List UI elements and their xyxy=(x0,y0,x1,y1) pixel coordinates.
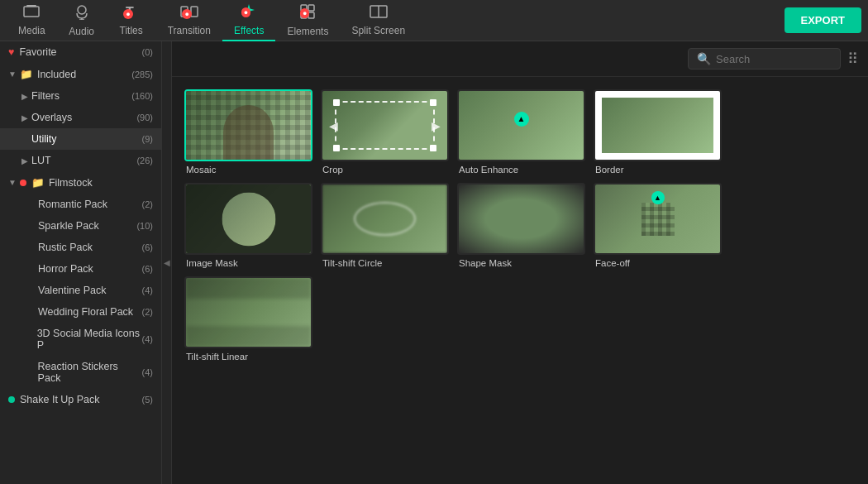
sidebar-sparkle-count: (10) xyxy=(136,221,153,231)
sidebar-item-reaction[interactable]: Reaction Stickers Pack (4) xyxy=(0,356,161,389)
sidebar-reaction-label: Reaction Stickers Pack xyxy=(38,361,142,384)
sidebar-lut-count: (26) xyxy=(136,156,153,165)
heart-icon: ♥ xyxy=(8,46,14,58)
effect-label-tiltshift-linear: Tilt-shift Linear xyxy=(184,352,312,362)
sidebar-overlays-label: Overlays xyxy=(31,112,72,123)
nav-elements-label: Elements xyxy=(287,26,328,37)
effect-card-shape-mask[interactable]: Shape Mask xyxy=(457,183,585,268)
sidebar-valentine-count: (4) xyxy=(142,285,153,295)
sidebar-wedding-count: (2) xyxy=(142,307,153,317)
effect-card-image-mask[interactable]: Image Mask xyxy=(184,183,312,268)
sidebar-filters-count: (160) xyxy=(131,91,153,101)
sidebar-wedding-label: Wedding Floral Pack xyxy=(38,306,133,318)
sidebar-horror-count: (6) xyxy=(142,264,153,274)
titles-icon: T ● xyxy=(123,4,140,23)
media-icon xyxy=(23,4,40,23)
svg-rect-9 xyxy=(308,5,314,11)
sidebar-item-included[interactable]: ▼ 📁 Included (285) xyxy=(0,63,161,85)
effect-card-mosaic[interactable]: Mosaic xyxy=(184,89,312,175)
effect-thumb-image-mask xyxy=(184,183,312,255)
sidebar-romantic-count: (2) xyxy=(142,199,153,209)
effect-label-shape-mask: Shape Mask xyxy=(457,258,585,268)
grid-view-icon[interactable]: ⠿ xyxy=(847,50,858,68)
effect-thumb-mosaic xyxy=(184,89,312,161)
effect-thumb-shape-mask xyxy=(457,183,585,255)
nav-splitscreen[interactable]: Split Screen xyxy=(340,0,417,41)
sidebar-item-lut[interactable]: ▶ LUT (26) xyxy=(0,150,161,171)
sidebar-romantic-label: Romantic Pack xyxy=(38,199,107,210)
nav-transition[interactable]: ● Transition xyxy=(156,0,222,41)
sidebar-rustic-label: Rustic Pack xyxy=(38,242,93,253)
sidebar-collapse-handle[interactable]: ◀ xyxy=(162,41,172,484)
effect-label-tiltshift-circle: Tilt-shift Circle xyxy=(321,258,449,268)
sidebar-item-valentine[interactable]: Valentine Pack (4) xyxy=(0,280,161,301)
sidebar-item-rustic[interactable]: Rustic Pack (6) xyxy=(0,237,161,258)
sidebar-item-romantic[interactable]: Romantic Pack (2) xyxy=(0,194,161,215)
nav-transition-label: Transition xyxy=(168,25,211,36)
sidebar-item-horror[interactable]: Horror Pack (6) xyxy=(0,258,161,280)
svg-rect-7 xyxy=(191,7,198,17)
filters-arrow: ▶ xyxy=(21,92,28,101)
sidebar-item-overlays[interactable]: ▶ Overlays (90) xyxy=(0,107,161,128)
nav-media[interactable]: Media xyxy=(7,0,57,41)
sidebar-item-favorite[interactable]: ♥ Favorite (0) xyxy=(0,41,161,63)
sidebar-sparkle-label: Sparkle Pack xyxy=(38,220,99,232)
sidebar-item-social3d[interactable]: 3D Social Media Icons P (4) xyxy=(0,323,161,356)
sidebar-item-filmstock[interactable]: ▼ 📁 Filmstock xyxy=(0,171,161,194)
nav-titles[interactable]: T ● Titles xyxy=(107,0,156,41)
nav-titles-label: Titles xyxy=(120,25,143,36)
effect-label-image-mask: Image Mask xyxy=(184,258,312,268)
sidebar-rustic-count: (6) xyxy=(142,242,153,252)
effect-card-auto-enhance[interactable]: ▲ Auto Enhance xyxy=(457,89,585,175)
effect-thumb-crop: ◀ ▶ xyxy=(321,89,449,161)
effects-grid: Mosaic ◀ ▶ Crop xyxy=(172,77,868,374)
sidebar-included-label: Included xyxy=(37,69,76,80)
nav-audio[interactable]: Audio xyxy=(57,0,107,41)
svg-point-2 xyxy=(78,6,86,14)
effect-card-border[interactable]: Border xyxy=(594,89,722,175)
sidebar-favorite-label: Favorite xyxy=(19,46,56,58)
effect-thumb-border xyxy=(594,89,722,161)
effect-card-crop[interactable]: ◀ ▶ Crop xyxy=(321,89,449,175)
sidebar-filters-label: Filters xyxy=(31,90,60,102)
effect-card-tiltshift-circle[interactable]: Tilt-shift Circle xyxy=(321,183,449,268)
nav-effects[interactable]: ● Effects xyxy=(222,0,275,41)
effect-thumb-tiltshift-circle xyxy=(321,183,449,255)
sidebar-overlays-count: (90) xyxy=(136,113,153,122)
nav-elements[interactable]: ● Elements xyxy=(275,0,340,41)
search-input[interactable] xyxy=(716,53,832,65)
sidebar-item-shakeit[interactable]: Shake It Up Pack (5) xyxy=(0,389,161,410)
sidebar-item-wedding[interactable]: Wedding Floral Pack (2) xyxy=(0,301,161,323)
effect-label-auto-enhance: Auto Enhance xyxy=(457,165,585,175)
sidebar-included-count: (285) xyxy=(131,69,153,79)
sidebar-item-filters[interactable]: ▶ Filters (160) xyxy=(0,85,161,107)
folder-icon-filmstock: 📁 xyxy=(31,176,45,189)
splitscreen-icon xyxy=(370,4,388,23)
effect-label-border: Border xyxy=(594,165,722,175)
transition-icon: ● xyxy=(180,4,198,23)
sidebar-item-utility[interactable]: ▶ Utility (9) xyxy=(0,128,161,150)
effect-card-tiltshift-linear[interactable]: Tilt-shift Linear xyxy=(184,276,312,362)
svg-rect-0 xyxy=(24,7,39,17)
transition-badge: ● xyxy=(182,9,191,19)
sidebar-utility-label: Utility xyxy=(31,133,57,145)
svg-rect-1 xyxy=(26,5,36,7)
nav-audio-label: Audio xyxy=(69,26,94,37)
elements-icon: ● xyxy=(299,3,316,24)
sidebar-social3d-label: 3D Social Media Icons P xyxy=(37,328,142,351)
included-collapse-arrow[interactable]: ▼ xyxy=(8,69,17,79)
sidebar-shakeit-label: Shake It Up Pack xyxy=(20,394,100,405)
effect-card-face-off[interactable]: ▲ Face-off xyxy=(594,183,722,268)
sidebar-item-sparkle[interactable]: Sparkle Pack (10) xyxy=(0,215,161,237)
nav-splitscreen-label: Split Screen xyxy=(351,25,405,36)
filmstock-collapse-arrow[interactable]: ▼ xyxy=(8,178,17,187)
enhance-dot: ▲ xyxy=(514,112,529,127)
sidebar-social3d-count: (4) xyxy=(142,334,153,344)
search-box: 🔍 xyxy=(688,48,841,69)
nav-media-label: Media xyxy=(18,25,45,36)
export-button[interactable]: EXPORT xyxy=(785,7,861,33)
content-area: 🔍 ⠿ Mosaic xyxy=(172,41,868,484)
faceoff-dot: ▲ xyxy=(651,191,665,204)
sidebar-lut-label: LUT xyxy=(31,155,51,166)
content-header: 🔍 ⠿ xyxy=(172,41,868,77)
